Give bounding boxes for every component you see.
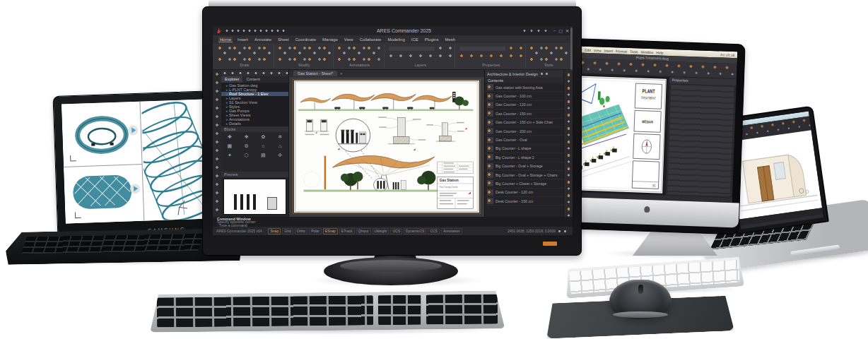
tree-item[interactable]: Details xyxy=(221,121,288,126)
ribbon-group-modify[interactable]: Modify xyxy=(276,44,334,68)
menu-item[interactable]: View xyxy=(594,48,602,52)
new-tab-button[interactable]: + xyxy=(340,71,342,76)
ribbon-group-label: Draw xyxy=(217,62,272,68)
component-item[interactable]: Gas Counter - 200 cm xyxy=(485,127,563,136)
ribbon-tab[interactable]: Insert xyxy=(236,37,250,42)
blocks-grid: ✚❖✿❄▦⚙⌂♨✦⬡▤✣ xyxy=(221,132,288,172)
document-tab[interactable]: Gas Station - Sheet* xyxy=(293,71,337,76)
drawing-sheet[interactable]: Gas Station Fuel Canopy Details xyxy=(294,81,479,213)
block-icon[interactable]: ▤ xyxy=(255,150,272,160)
ribbon-group-properties[interactable]: Properties xyxy=(457,44,526,68)
ribbon-tab[interactable]: Mesh xyxy=(443,37,457,42)
command-window[interactable]: Command Window Specify opposite corner: … xyxy=(213,217,573,227)
block-icon[interactable]: ⌂ xyxy=(255,141,272,150)
status-toggle[interactable]: LWeight xyxy=(373,228,389,234)
block-icon[interactable]: ♨ xyxy=(271,141,288,150)
ribbon-tab[interactable]: Sheet xyxy=(276,37,291,42)
component-item[interactable]: Gas Counter - 100 cm xyxy=(485,92,563,100)
window-control-button[interactable]: ✕ xyxy=(565,28,569,33)
component-item[interactable]: Big Counter - L shape 2 xyxy=(485,153,563,162)
window-control-button[interactable]: – xyxy=(553,28,556,33)
block-icon[interactable]: ✿ xyxy=(255,132,272,141)
component-item[interactable]: Big Counter - Oval + Storage xyxy=(485,162,563,171)
window-control-button[interactable]: ▢ xyxy=(558,28,563,33)
status-toggle[interactable]: Ortho xyxy=(295,228,308,234)
ribbon-group-tools[interactable]: Tools xyxy=(527,44,570,68)
status-bar-icons[interactable] xyxy=(558,230,569,233)
svg-text:Gas Station: Gas Station xyxy=(440,179,459,182)
status-toggle[interactable]: ETrack xyxy=(339,228,355,234)
palette-toolbar[interactable] xyxy=(221,70,288,76)
ribbon-tab[interactable]: ICE xyxy=(410,37,420,42)
component-item[interactable]: Big Counter + Closet + Storage xyxy=(485,179,563,188)
ribbon-tab[interactable]: Manage xyxy=(321,37,339,42)
component-item[interactable]: Big Counter - Oval + Storage + Chairs xyxy=(485,171,563,179)
component-item[interactable]: Gas Counter - 120 cm xyxy=(485,101,563,109)
component-item[interactable]: Gas Counter - 150 cm + Side Chair xyxy=(485,119,563,127)
component-item[interactable]: Gas Counter - 150 cm xyxy=(485,109,563,118)
menu-item[interactable]: Format xyxy=(616,49,627,54)
block-icon[interactable]: ▦ xyxy=(221,141,238,150)
component-item[interactable]: Gas Counter - Oval xyxy=(485,136,563,144)
block-icon[interactable]: ✣ xyxy=(271,150,288,160)
account-icons[interactable] xyxy=(522,29,551,32)
ribbon-group-draw[interactable]: Draw xyxy=(216,44,274,68)
ribbon-tab[interactable]: Home xyxy=(218,37,233,42)
components-category-dropdown[interactable]: Architecture & Interior Design xyxy=(487,72,538,76)
monitor-power-accent[interactable] xyxy=(543,242,557,246)
menu-item[interactable]: Help xyxy=(656,50,664,54)
component-item[interactable]: Desk Counter - 150 cm xyxy=(485,197,563,206)
component-item[interactable]: Big Counter - L shape xyxy=(485,145,563,153)
palette-header-icons[interactable] xyxy=(540,72,550,76)
keyboard-numpad xyxy=(426,294,498,324)
ribbon-group-annotations[interactable]: Annotations xyxy=(335,44,385,68)
ribbon-tab[interactable]: View xyxy=(343,37,355,42)
preview-section-header[interactable]: Preview xyxy=(221,172,288,177)
menu-item[interactable]: Edit xyxy=(585,47,591,52)
block-icon[interactable]: ❖ xyxy=(238,132,255,141)
palette-tab[interactable]: Explorer xyxy=(221,76,242,83)
right-tool-strip[interactable] xyxy=(563,70,573,217)
status-toggle[interactable]: Annotation xyxy=(441,228,462,234)
ribbon-tab[interactable]: Collaborate xyxy=(358,37,383,42)
menu-item[interactable]: Window xyxy=(641,49,654,54)
ribbon-tab[interactable]: Modeling xyxy=(386,37,406,42)
status-toggle[interactable]: Polar xyxy=(309,228,322,234)
block-icon[interactable]: ✦ xyxy=(221,150,238,160)
block-icon[interactable]: ❄ xyxy=(271,132,288,141)
status-toggle[interactable]: CCS xyxy=(428,228,440,234)
block-icon[interactable]: ⚙ xyxy=(238,141,255,150)
palette-tab[interactable]: Content xyxy=(242,76,263,83)
property-dropdowns[interactable] xyxy=(458,44,524,62)
properties-rows[interactable] xyxy=(667,85,734,196)
blocks-section-header[interactable]: Blocks xyxy=(221,126,288,132)
ribbon-group-label: Modify xyxy=(277,62,332,68)
status-toggle[interactable]: Snap xyxy=(268,228,281,234)
ribbon-tools[interactable] xyxy=(217,44,272,62)
ribbon-group-layers[interactable]: Layers xyxy=(386,44,455,68)
desktop-monitor: ARES Commander 2025 –▢✕ HomeInsertAnnota… xyxy=(202,6,582,256)
ribbon-tab[interactable]: Plugins xyxy=(423,37,440,42)
component-item[interactable]: Desk Counter - 120 cm xyxy=(485,189,563,197)
menu-item[interactable]: Tools xyxy=(630,49,638,53)
status-toggle[interactable]: Grid xyxy=(282,228,293,234)
ribbon-tools[interactable] xyxy=(529,44,568,62)
ribbon-tab[interactable]: Annotate xyxy=(253,37,273,42)
block-icon[interactable]: ⬡ xyxy=(238,150,255,160)
layer-dropdowns[interactable] xyxy=(387,44,453,62)
menu-item[interactable]: Insert xyxy=(604,48,614,52)
block-icon[interactable]: ✚ xyxy=(221,132,238,141)
scrollbar[interactable] xyxy=(570,28,573,70)
ribbon-tools[interactable] xyxy=(336,44,382,62)
left-tool-strip[interactable] xyxy=(213,70,221,217)
ares-logo-icon[interactable] xyxy=(216,28,222,34)
status-toggle[interactable]: UCS xyxy=(390,228,402,234)
status-toggle[interactable]: ESnap xyxy=(323,228,338,234)
component-item[interactable]: Gas station with flooring Asia xyxy=(485,83,563,92)
ribbon-tools[interactable] xyxy=(277,44,332,62)
quick-access-toolbar[interactable] xyxy=(225,29,286,32)
status-toggle[interactable]: QInput xyxy=(356,228,371,234)
ribbon-tab[interactable]: Coordinate xyxy=(294,37,317,42)
status-toggle[interactable]: DynamicCS xyxy=(404,228,426,234)
samsung-cad-viewports[interactable] xyxy=(61,100,209,224)
